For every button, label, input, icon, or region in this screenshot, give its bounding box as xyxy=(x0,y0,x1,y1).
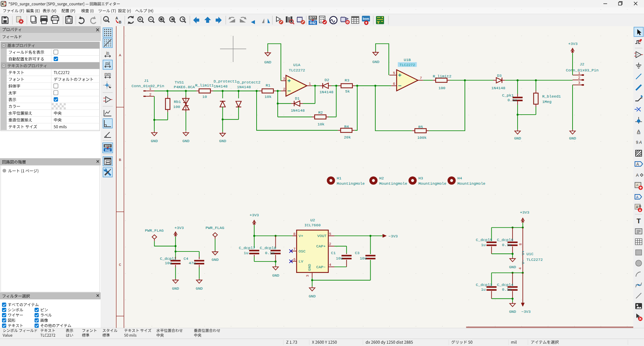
svg-text:CAP−: CAP− xyxy=(316,265,326,269)
svg-text:J2: J2 xyxy=(580,62,584,66)
svg-text:4: 4 xyxy=(518,267,522,270)
svg-text:1u: 1u xyxy=(481,243,486,247)
svg-text:D3: D3 xyxy=(497,73,502,78)
svg-text:2: 2 xyxy=(283,87,285,91)
svg-text:0.1u: 0.1u xyxy=(502,287,512,292)
svg-text:V+: V+ xyxy=(521,250,525,255)
svg-text:A: A xyxy=(636,162,639,167)
svg-text:R42: R42 xyxy=(310,21,316,25)
svg-text:3: 3 xyxy=(306,275,310,277)
svg-text:1N4148: 1N4148 xyxy=(237,85,251,89)
svg-text:C_dcpl3: C_dcpl3 xyxy=(476,283,492,287)
svg-text:H2: H2 xyxy=(379,176,384,180)
svg-text:5: 5 xyxy=(329,232,331,236)
svg-text:ICL7660: ICL7660 xyxy=(304,223,321,227)
svg-text:R_bleed1: R_bleed1 xyxy=(542,94,561,99)
svg-text:0.1u: 0.1u xyxy=(502,243,512,247)
svg-text:P4KE6.8CA: P4KE6.8CA xyxy=(174,85,195,89)
svg-text:C_dcpl6: C_dcpl6 xyxy=(497,238,513,242)
svg-text:10u: 10u xyxy=(336,256,343,261)
svg-text:R3: R3 xyxy=(344,78,349,82)
svg-text:2: 2 xyxy=(149,93,152,97)
svg-text:U2: U2 xyxy=(310,218,315,222)
svg-text:GND: GND xyxy=(212,257,219,262)
svg-text:R5: R5 xyxy=(418,125,423,129)
svg-text:−3V3: −3V3 xyxy=(388,234,398,238)
svg-text:8: 8 xyxy=(519,243,523,245)
svg-text:20k: 20k xyxy=(344,135,351,139)
svg-text:TLC2272: TLC2272 xyxy=(289,68,305,72)
svg-text:GND: GND xyxy=(182,139,190,143)
svg-text:3: 3 xyxy=(283,77,285,81)
svg-text:C_dcpl1: C_dcpl1 xyxy=(160,256,176,261)
svg-text:MountingHole: MountingHole xyxy=(379,181,408,186)
svg-text:A: A xyxy=(115,16,118,20)
svg-text:7: 7 xyxy=(293,247,296,251)
svg-text:+3V3: +3V3 xyxy=(568,42,578,46)
svg-text:mm: mm xyxy=(104,72,111,76)
svg-text:V+: V+ xyxy=(299,234,303,238)
svg-text:1N4148: 1N4148 xyxy=(291,108,305,113)
svg-text:R42: R42 xyxy=(105,149,110,152)
svg-text:C_dcpl4: C_dcpl4 xyxy=(497,283,513,287)
svg-text:10k: 10k xyxy=(317,122,324,126)
svg-text:5k: 5k xyxy=(345,89,350,94)
svg-text:5: 5 xyxy=(393,71,395,75)
svg-text:D1: D1 xyxy=(295,96,300,101)
svg-text:Conn_01x03_Pin: Conn_01x03_Pin xyxy=(566,68,598,72)
svg-text:1u: 1u xyxy=(481,287,486,292)
svg-text:GND: GND xyxy=(514,136,521,140)
svg-text:GND: GND xyxy=(509,265,516,269)
svg-text:GND: GND xyxy=(307,264,312,271)
svg-text:Rb1: Rb1 xyxy=(174,100,181,104)
svg-text:MountingHole: MountingHole xyxy=(418,181,446,186)
svg-text:TLC2272: TLC2272 xyxy=(527,257,543,262)
svg-text:U1C: U1C xyxy=(527,252,534,256)
svg-text:R4: R4 xyxy=(344,124,349,129)
svg-text:A: A xyxy=(639,140,642,145)
svg-text:H3: H3 xyxy=(418,176,423,180)
svg-text:C_dcpl8: C_dcpl8 xyxy=(260,246,276,250)
svg-text:1u: 1u xyxy=(244,251,249,255)
svg-text:1N4148: 1N4148 xyxy=(491,86,505,90)
svg-text:CAP+: CAP+ xyxy=(316,244,326,248)
svg-text:GND: GND xyxy=(372,60,379,64)
svg-text:6: 6 xyxy=(293,257,296,262)
svg-text:mil: mil xyxy=(105,61,110,65)
svg-text:A: A xyxy=(636,173,639,178)
svg-text:+3V3: +3V3 xyxy=(174,226,184,230)
svg-text:100: 100 xyxy=(173,105,180,109)
svg-text:+3V3: +3V3 xyxy=(250,213,259,217)
svg-text:D_protect2: D_protect2 xyxy=(237,80,261,84)
svg-text:in: in xyxy=(106,51,109,55)
svg-text:C: C xyxy=(119,263,121,267)
svg-text:10: 10 xyxy=(202,95,207,99)
svg-text:7: 7 xyxy=(420,76,422,80)
svg-text:100: 100 xyxy=(438,86,445,90)
svg-text:H4: H4 xyxy=(458,176,462,180)
svg-text:A: A xyxy=(119,53,121,57)
svg-text:10u: 10u xyxy=(165,261,172,265)
svg-text:PWR_FLAG: PWR_FLAG xyxy=(206,226,224,230)
svg-text:1N4148: 1N4148 xyxy=(319,90,333,94)
svg-text:0.1u: 0.1u xyxy=(265,251,274,255)
svg-text:−3V3: −3V3 xyxy=(521,309,531,314)
svg-text:A: A xyxy=(637,128,640,134)
svg-text:PWR_FLAG: PWR_FLAG xyxy=(145,228,164,233)
svg-text:D2: D2 xyxy=(324,78,329,82)
svg-text:TVS1: TVS1 xyxy=(175,80,184,84)
svg-text:47u: 47u xyxy=(189,261,196,265)
svg-text:U1B: U1B xyxy=(404,58,411,62)
svg-text:R_limit1: R_limit1 xyxy=(195,83,214,88)
svg-text:C1: C1 xyxy=(331,251,336,255)
svg-text:C_dcpl7: C_dcpl7 xyxy=(239,246,255,250)
svg-text:A: A xyxy=(105,18,107,22)
svg-text:8: 8 xyxy=(293,232,296,236)
svg-text:VOUT: VOUT xyxy=(317,234,327,238)
svg-text:T: T xyxy=(637,217,641,225)
svg-text:B: B xyxy=(119,158,121,162)
svg-text:GND: GND xyxy=(272,273,279,278)
svg-text:OSC: OSC xyxy=(299,249,306,253)
svg-text:bom: bom xyxy=(363,17,369,20)
svg-text:+: + xyxy=(637,53,639,56)
